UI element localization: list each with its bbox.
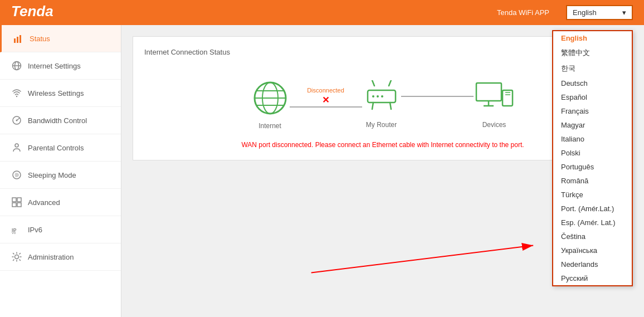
globe-icon [11, 60, 22, 71]
svg-line-26 [389, 80, 391, 86]
language-option[interactable]: Português [553, 160, 632, 174]
disconnected-label: Disconnected [307, 87, 344, 94]
sidebar-item-label-internet-settings: Internet Settings [28, 62, 81, 70]
layout: StatusInternet SettingsWireless Settings… [0, 25, 644, 317]
svg-text:v6: v6 [12, 231, 16, 235]
sleep-icon [11, 169, 22, 181]
devices-status-item: Devices [474, 80, 515, 129]
language-dropdown: English繁體中文한국DeutschEspañolFrançaisMagya… [552, 30, 633, 286]
svg-rect-4 [22, 34, 23, 35]
language-option[interactable]: 繁體中文 [553, 45, 632, 61]
arrow-svg [289, 237, 560, 281]
router-label: My Router [366, 121, 397, 129]
advanced-icon [11, 197, 22, 208]
parental-icon [11, 142, 22, 153]
sidebar-item-label-bandwidth-control: Bandwidth Control [28, 116, 87, 125]
ipv6-icon: IPv6 [11, 224, 22, 235]
x-icon: ✕ [322, 95, 329, 105]
bandwidth-icon [11, 115, 22, 126]
internet-status-item: Internet [251, 79, 290, 130]
language-option[interactable]: Polski [553, 146, 632, 160]
language-option[interactable]: Українська [553, 243, 632, 257]
card-title: Internet Connection Status [144, 48, 621, 56]
language-option[interactable]: Español [553, 90, 632, 104]
sidebar-item-ipv6[interactable]: IPv6IPv6 [0, 216, 121, 243]
language-selected-label: English [573, 8, 597, 17]
sidebar-item-label-status: Status [30, 35, 50, 43]
language-option[interactable]: Română [553, 174, 632, 188]
header: Tenda Tenda WiFi APP English ▾ English繁體… [0, 0, 644, 25]
arrow-indicator [289, 237, 560, 284]
devices-icon [474, 80, 515, 116]
sidebar-item-label-parental-controls: Parental Controls [28, 144, 84, 152]
svg-rect-1 [14, 38, 16, 43]
internet-label: Internet [258, 122, 281, 130]
sidebar-item-bandwidth-control[interactable]: Bandwidth Control [0, 107, 121, 134]
language-option[interactable]: Esp. (Amér. Lat.) [553, 216, 632, 230]
logo: Tenda [11, 3, 61, 23]
language-option[interactable]: Русский [553, 271, 632, 285]
language-option[interactable]: Türkçe [553, 188, 632, 202]
sidebar-item-internet-settings[interactable]: Internet Settings [0, 52, 121, 80]
svg-point-10 [16, 120, 18, 121]
sidebar-item-wireless-settings[interactable]: Wireless Settings [0, 80, 121, 107]
sidebar-item-advanced[interactable]: Advanced [0, 189, 121, 216]
language-option[interactable]: Français [553, 104, 632, 118]
svg-line-29 [390, 103, 391, 109]
admin-icon [11, 251, 22, 262]
svg-rect-3 [19, 35, 21, 43]
devices-label: Devices [482, 121, 506, 129]
warning-message: WAN port disconnected. Please connect an… [144, 141, 621, 149]
language-option[interactable]: Port. (Amér.Lat.) [553, 202, 632, 216]
svg-rect-15 [12, 203, 16, 207]
sidebar-item-parental-controls[interactable]: Parental Controls [0, 134, 121, 162]
sidebar-item-label-advanced: Advanced [28, 198, 60, 207]
wifi-icon [11, 87, 22, 99]
router-status-item: My Router [362, 80, 401, 129]
svg-rect-2 [17, 37, 18, 43]
svg-point-30 [372, 95, 374, 97]
language-option[interactable]: Nederlands [553, 257, 632, 271]
language-option[interactable]: 한국 [553, 61, 632, 76]
svg-line-28 [372, 103, 373, 109]
language-option[interactable]: Čeština [553, 230, 632, 243]
sidebar: StatusInternet SettingsWireless Settings… [0, 25, 121, 317]
language-option[interactable]: English [553, 31, 632, 45]
sidebar-item-status[interactable]: Status [0, 25, 121, 52]
sidebar-item-label-administration: Administration [28, 253, 74, 261]
svg-point-31 [377, 95, 379, 97]
chevron-down-icon: ▾ [622, 8, 626, 17]
svg-rect-13 [12, 198, 16, 202]
sidebar-item-label-wireless-settings: Wireless Settings [28, 89, 84, 97]
svg-point-19 [15, 255, 19, 259]
globe-icon [251, 79, 290, 118]
header-right: Tenda WiFi APP English ▾ English繁體中文한국De… [497, 5, 633, 20]
language-option[interactable]: Italiano [553, 132, 632, 146]
chart-icon [13, 33, 24, 44]
language-dropdown-button[interactable]: English ▾ [566, 5, 633, 20]
svg-text:Tenda: Tenda [11, 3, 53, 19]
svg-point-32 [381, 95, 383, 97]
sidebar-item-label-sleeping-mode: Sleeping Mode [28, 171, 76, 179]
sidebar-item-sleeping-mode[interactable]: Sleeping Mode [0, 162, 121, 189]
connection-status-visual: Internet Disconnected ✕ [144, 67, 621, 135]
svg-point-8 [16, 96, 17, 97]
wifi-app-label: Tenda WiFi APP [497, 8, 549, 17]
svg-point-11 [15, 144, 18, 147]
svg-rect-14 [17, 198, 21, 202]
svg-rect-16 [17, 203, 21, 207]
router-icon [362, 80, 401, 116]
language-option[interactable]: Magyar [553, 118, 632, 132]
svg-line-25 [372, 80, 374, 86]
language-option[interactable]: Deutsch [553, 76, 632, 90]
svg-line-40 [311, 246, 534, 273]
sidebar-item-label-ipv6: IPv6 [28, 226, 42, 234]
svg-rect-33 [476, 83, 501, 101]
sidebar-item-administration[interactable]: Administration [0, 243, 121, 271]
